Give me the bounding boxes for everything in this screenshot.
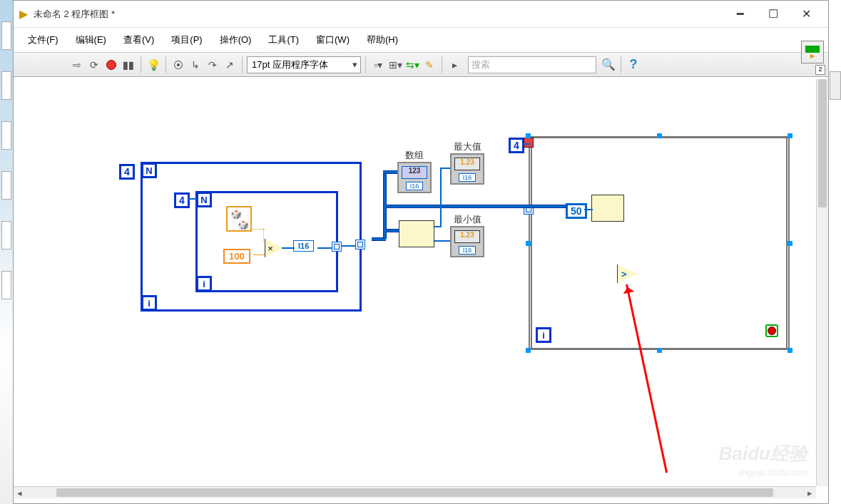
intensity-graph-terminal[interactable] — [591, 195, 624, 222]
scrollbar-thumb[interactable] — [818, 79, 827, 207]
step-over-button[interactable]: ↷ — [205, 57, 220, 73]
wire — [584, 209, 593, 210]
constant-100[interactable]: 100 — [223, 249, 250, 264]
abort-button[interactable] — [103, 57, 119, 73]
menu-window[interactable]: 窗口(W) — [307, 29, 358, 51]
context-help-button[interactable]: ? — [626, 57, 641, 73]
search-icon[interactable]: 🔍 — [601, 57, 616, 73]
menu-edit[interactable]: 编辑(E) — [67, 29, 115, 51]
run-button[interactable]: ⇨ — [69, 57, 85, 73]
loop-n-terminal-inner[interactable]: N — [196, 192, 212, 207]
selection-handle[interactable] — [526, 348, 531, 353]
min-label: 最小值 — [450, 213, 484, 226]
app-icon: ▶ — [19, 7, 28, 21]
wire — [282, 247, 295, 249]
step-out-button[interactable]: ↗ — [222, 57, 238, 73]
wire — [188, 198, 197, 200]
main-window: ▶ 未命名 2 程序框图 * ━ ☐ ✕ 文件(F) 编辑(E) 查看(V) 项… — [13, 0, 829, 504]
min-value: 1.23 — [454, 230, 480, 243]
loop-i-terminal[interactable]: i — [141, 295, 157, 311]
array-footer: I16 — [406, 182, 423, 190]
wire-2d — [529, 205, 567, 208]
run-continuous-button[interactable]: ⟳ — [86, 57, 102, 73]
loop-count-constant-inner[interactable]: 4 — [174, 192, 190, 208]
selection-handle[interactable] — [526, 133, 531, 138]
random-number-node[interactable] — [226, 206, 252, 232]
vertical-scrollbar[interactable] — [816, 79, 828, 486]
selection-handle[interactable] — [526, 241, 531, 246]
wire — [253, 254, 265, 255]
resize-button[interactable]: ⇆▾ — [404, 57, 420, 73]
align-button[interactable]: ▫▾ — [370, 57, 386, 73]
while-stop-terminal[interactable] — [765, 324, 778, 337]
for-loop-inner[interactable]: N i 100 × I16 — [195, 191, 338, 292]
for-loop-outer[interactable]: N i 4 N i 100 × I16 — [141, 162, 362, 312]
tunnel-inner-output[interactable] — [332, 242, 342, 252]
wire-2d — [513, 205, 530, 208]
maximize-button[interactable]: ☐ — [757, 4, 790, 25]
scroll-left-button[interactable]: ◂ — [14, 487, 26, 499]
wire — [523, 143, 530, 145]
background-window-sliver — [830, 71, 841, 100]
distribute-button[interactable]: ⊞▾ — [387, 57, 403, 73]
constant-50[interactable]: 50 — [566, 203, 587, 219]
loop-n-terminal[interactable]: N — [141, 163, 157, 178]
toolbar: ⇨ ⟳ ▮▮ 💡 ⦿ ↳ ↷ ↗ 17pt 应用程序字体 ▫▾ ⊞▾ ⇆▾ ✎ … — [14, 53, 828, 77]
cleanup-button[interactable]: ✎ — [422, 57, 437, 73]
menu-file[interactable]: 文件(F) — [19, 29, 67, 51]
reorder-button[interactable]: ▸ — [447, 57, 462, 73]
wire — [434, 240, 450, 242]
menubar: 文件(F) 编辑(E) 查看(V) 项目(P) 操作(O) 工具(T) 窗口(W… — [14, 28, 828, 53]
window-title: 未命名 2 程序框图 * — [34, 8, 724, 21]
selection-handle[interactable] — [788, 241, 792, 246]
selection-handle[interactable] — [788, 348, 792, 353]
tunnel-outer-output[interactable] — [355, 240, 365, 250]
max-value: 1.23 — [454, 158, 480, 170]
menu-help[interactable]: 帮助(H) — [358, 29, 407, 51]
to-i16-node[interactable]: I16 — [293, 240, 314, 252]
search-placeholder: 搜索 — [472, 58, 490, 71]
menu-view[interactable]: 查看(V) — [115, 29, 163, 51]
close-button[interactable]: ✕ — [790, 4, 822, 25]
selection-handle[interactable] — [788, 133, 792, 138]
while-loop[interactable]: i 50 > — [529, 136, 790, 350]
loop-count-constant-outer[interactable]: 4 — [119, 164, 135, 180]
wire-2d — [386, 205, 514, 208]
scroll-right-button[interactable]: ▸ — [804, 487, 816, 499]
connector-pane[interactable]: 2 — [815, 65, 825, 75]
array-inner: 123 — [402, 166, 427, 179]
while-constant-4[interactable]: 4 — [509, 138, 524, 153]
highlight-exec-button[interactable]: 💡 — [146, 57, 161, 73]
selection-handle[interactable] — [657, 348, 662, 353]
min-footer: I16 — [459, 246, 476, 254]
max-footer: I16 — [459, 173, 476, 182]
array-maxmin-node[interactable] — [399, 220, 434, 247]
wire — [263, 229, 264, 242]
min-indicator[interactable]: 最小值 1.23I16 — [450, 226, 484, 257]
selection-handle[interactable] — [657, 133, 662, 138]
array-indicator[interactable]: 数组 123I16 — [397, 162, 432, 193]
wire-2d — [386, 229, 400, 232]
while-i-terminal[interactable]: i — [536, 327, 551, 343]
minimize-button[interactable]: ━ — [724, 4, 757, 25]
search-input[interactable]: 搜索 — [468, 56, 596, 73]
wire — [440, 168, 450, 169]
retain-values-button[interactable]: ⦿ — [170, 57, 186, 73]
shift-register-left[interactable] — [524, 138, 534, 148]
step-into-button[interactable]: ↳ — [188, 57, 203, 73]
font-selector[interactable]: 17pt 应用程序字体 — [247, 56, 361, 73]
horizontal-scrollbar[interactable]: ◂ ▸ — [14, 486, 816, 498]
pause-button[interactable]: ▮▮ — [121, 57, 136, 73]
wire — [440, 168, 442, 227]
menu-project[interactable]: 项目(P) — [163, 29, 210, 51]
multiply-node[interactable]: × — [265, 239, 283, 257]
menu-operate[interactable]: 操作(O) — [211, 29, 260, 51]
scrollbar-thumb-h[interactable] — [56, 488, 773, 497]
max-label: 最大值 — [450, 140, 484, 153]
loop-i-terminal-inner[interactable]: i — [196, 276, 212, 292]
menu-tools[interactable]: 工具(T) — [260, 29, 307, 51]
block-diagram-canvas[interactable]: 4 N i 4 N i 100 × I16 — [14, 79, 816, 486]
vi-icon-pane[interactable]: ▶ — [801, 41, 824, 63]
titlebar: ▶ 未命名 2 程序框图 * ━ ☐ ✕ — [14, 1, 828, 28]
max-indicator[interactable]: 最大值 1.23I16 — [450, 153, 484, 185]
